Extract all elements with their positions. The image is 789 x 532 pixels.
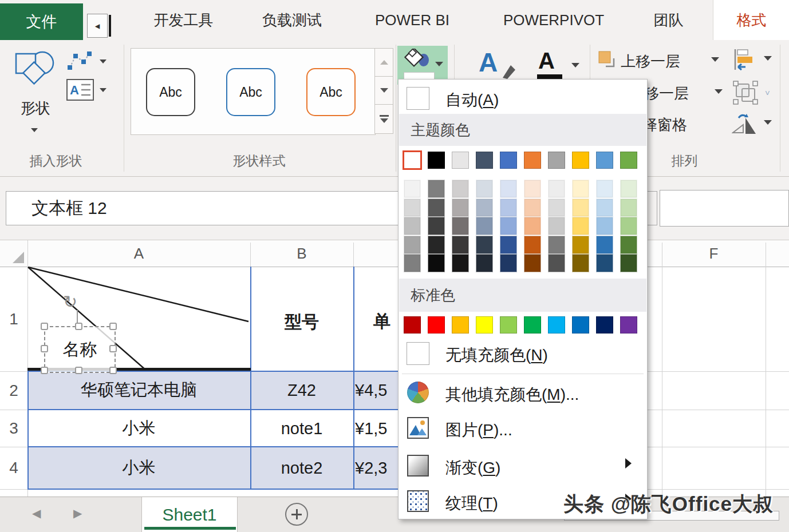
theme-tint-swatch[interactable] bbox=[548, 254, 565, 272]
theme-color-swatch[interactable] bbox=[476, 152, 493, 169]
cell-b3[interactable]: note1 bbox=[250, 416, 353, 441]
theme-tint-swatch[interactable] bbox=[524, 180, 541, 198]
theme-tint-swatch[interactable] bbox=[596, 217, 613, 235]
resize-handle[interactable] bbox=[75, 323, 82, 330]
theme-tint-swatch[interactable] bbox=[620, 217, 637, 235]
cell-b2[interactable]: Z42 bbox=[250, 378, 353, 403]
menu-item-gradient[interactable]: 渐变(G) bbox=[399, 450, 647, 482]
resize-handle[interactable] bbox=[41, 367, 48, 374]
gallery-scroll-up-button[interactable] bbox=[374, 48, 393, 77]
chevron-down-icon[interactable]: ˅ bbox=[765, 88, 770, 98]
standard-color-swatch[interactable] bbox=[548, 316, 565, 334]
gallery-more-button[interactable] bbox=[374, 104, 393, 134]
menu-item-more-fill-colors[interactable]: 其他填充颜色(M)... bbox=[399, 378, 647, 409]
theme-tint-swatch[interactable] bbox=[596, 180, 613, 198]
theme-tint-swatch[interactable] bbox=[524, 198, 541, 217]
theme-tint-swatch[interactable] bbox=[452, 198, 469, 217]
column-header-f[interactable]: F bbox=[662, 240, 766, 267]
theme-color-swatch[interactable] bbox=[596, 152, 613, 169]
theme-tint-swatch[interactable] bbox=[452, 217, 469, 235]
standard-color-swatch[interactable] bbox=[476, 316, 493, 334]
row-header-4[interactable]: 4 bbox=[0, 447, 27, 489]
cell-b4[interactable]: note2 bbox=[250, 455, 353, 481]
shape-style-option-1[interactable]: Abc bbox=[146, 68, 195, 116]
shape-style-option-3[interactable]: Abc bbox=[306, 68, 356, 116]
theme-tint-swatch[interactable] bbox=[476, 217, 493, 235]
cell-a2[interactable]: 华硕笔记本电脑 bbox=[27, 378, 250, 403]
shapes-gallery-button[interactable]: 形状 bbox=[8, 47, 63, 138]
resize-handle[interactable] bbox=[109, 345, 117, 352]
cell-c3-partial[interactable]: ¥1,5 bbox=[355, 419, 387, 438]
theme-tint-swatch[interactable] bbox=[404, 198, 421, 217]
theme-tint-swatch[interactable] bbox=[548, 180, 565, 198]
theme-tint-swatch[interactable] bbox=[572, 217, 589, 235]
cell-c4-partial[interactable]: ¥2,3 bbox=[355, 459, 387, 478]
theme-tint-swatch[interactable] bbox=[596, 236, 613, 254]
resize-handle[interactable] bbox=[41, 323, 48, 330]
theme-color-swatch[interactable] bbox=[572, 152, 589, 169]
resize-handle[interactable] bbox=[109, 323, 117, 330]
theme-tint-swatch[interactable] bbox=[404, 217, 421, 235]
selected-text-box[interactable]: 名称 bbox=[44, 326, 116, 373]
chevron-down-icon[interactable] bbox=[764, 120, 772, 125]
theme-tint-swatch[interactable] bbox=[620, 254, 637, 272]
tab-format-active[interactable]: 格式 bbox=[713, 0, 789, 40]
formula-bar-splitter[interactable] bbox=[646, 191, 657, 225]
theme-tint-swatch[interactable] bbox=[620, 236, 637, 254]
text-box-button[interactable]: A bbox=[66, 79, 111, 105]
cell-c2-partial[interactable]: ¥4,5 bbox=[355, 381, 387, 400]
theme-tint-swatch[interactable] bbox=[428, 180, 445, 198]
cell-b1[interactable]: 型号 bbox=[250, 308, 353, 336]
theme-tint-swatch[interactable] bbox=[476, 198, 493, 217]
row-header-1[interactable]: 1 bbox=[0, 267, 27, 371]
theme-tint-swatch[interactable] bbox=[596, 198, 613, 217]
rotate-handle-icon[interactable]: ↻ bbox=[63, 292, 77, 312]
cell-a4[interactable]: 小米 bbox=[27, 455, 250, 481]
resize-handle[interactable] bbox=[75, 367, 82, 374]
theme-tint-swatch[interactable] bbox=[548, 236, 565, 254]
theme-tint-swatch[interactable] bbox=[500, 236, 517, 254]
theme-tint-swatch[interactable] bbox=[572, 180, 589, 198]
formula-bar-input[interactable] bbox=[660, 190, 789, 227]
align-button[interactable] bbox=[731, 47, 758, 72]
row-header-2[interactable]: 2 bbox=[0, 371, 27, 410]
menu-item-automatic[interactable]: 自动(A) bbox=[399, 84, 647, 113]
standard-color-swatch[interactable] bbox=[620, 316, 637, 334]
shape-style-option-2[interactable]: Abc bbox=[226, 68, 275, 116]
standard-color-swatch[interactable] bbox=[500, 316, 517, 334]
column-header-b[interactable]: B bbox=[250, 240, 353, 267]
theme-tint-swatch[interactable] bbox=[500, 254, 517, 272]
rotate-button[interactable] bbox=[731, 111, 758, 136]
theme-tint-swatch[interactable] bbox=[572, 198, 589, 217]
bring-forward-button[interactable]: 上移一层 bbox=[595, 49, 733, 73]
edit-shape-button[interactable] bbox=[66, 50, 111, 76]
theme-tint-swatch[interactable] bbox=[524, 236, 541, 254]
theme-tint-swatch[interactable] bbox=[452, 236, 469, 254]
theme-tint-swatch[interactable] bbox=[476, 254, 493, 272]
theme-tint-swatch[interactable] bbox=[500, 180, 517, 198]
column-header-a[interactable]: A bbox=[27, 240, 250, 267]
theme-tint-swatch[interactable] bbox=[524, 254, 541, 272]
theme-tint-swatch[interactable] bbox=[548, 198, 565, 217]
row-header-3[interactable]: 3 bbox=[0, 410, 27, 447]
cell-a3[interactable]: 小米 bbox=[27, 416, 250, 441]
theme-tint-swatch[interactable] bbox=[428, 236, 445, 254]
theme-tint-swatch[interactable] bbox=[428, 198, 445, 217]
theme-color-swatch[interactable] bbox=[428, 152, 445, 169]
tab-powerpivot[interactable]: POWERPIVOT bbox=[494, 6, 614, 34]
theme-color-swatch[interactable] bbox=[500, 152, 517, 169]
chevron-down-icon[interactable] bbox=[764, 56, 772, 61]
theme-tint-swatch[interactable] bbox=[404, 254, 421, 272]
tab-scroll-back-button[interactable]: ◂ bbox=[87, 14, 108, 38]
theme-tint-swatch[interactable] bbox=[404, 180, 421, 198]
theme-tint-swatch[interactable] bbox=[452, 254, 469, 272]
select-all-corner[interactable] bbox=[0, 240, 27, 267]
cell-c1-partial[interactable]: 单 bbox=[373, 310, 390, 334]
group-objects-button[interactable] bbox=[731, 79, 760, 106]
standard-color-swatch[interactable] bbox=[452, 316, 469, 334]
theme-color-swatch[interactable] bbox=[403, 150, 422, 170]
standard-color-swatch[interactable] bbox=[572, 316, 589, 334]
gallery-scroll-down-button[interactable] bbox=[374, 76, 393, 105]
theme-tint-swatch[interactable] bbox=[476, 180, 493, 198]
theme-tint-swatch[interactable] bbox=[428, 254, 445, 272]
